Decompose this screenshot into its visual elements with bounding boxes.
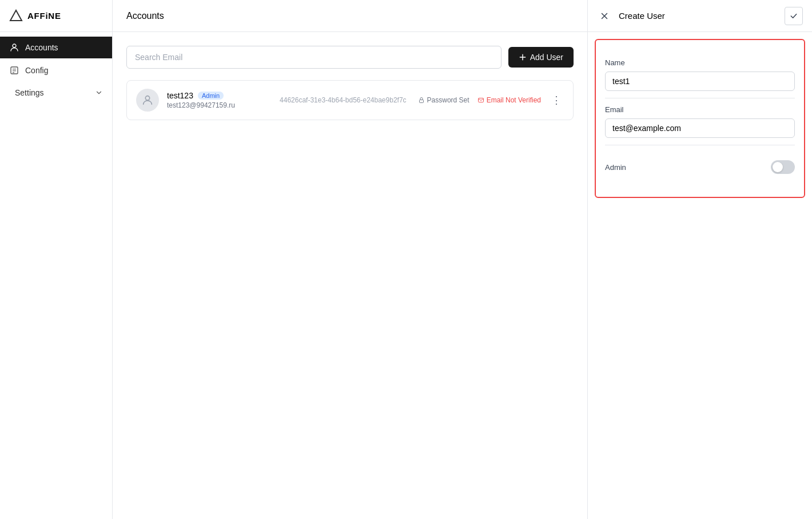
user-info: test123 Admin test123@99427159.ru: [167, 91, 270, 109]
plus-icon: [519, 53, 527, 61]
email-input[interactable]: [605, 118, 795, 138]
user-name: test123: [167, 91, 193, 100]
close-panel-button[interactable]: [597, 9, 612, 23]
panel-header: Create User: [588, 0, 812, 32]
search-input[interactable]: [135, 53, 493, 62]
table-row: test123 Admin test123@99427159.ru 44626c…: [126, 80, 574, 120]
close-icon: [599, 11, 610, 21]
sidebar-item-accounts[interactable]: Accounts: [0, 37, 112, 58]
search-input-wrapper[interactable]: [126, 46, 501, 69]
toggle-track: [771, 160, 795, 174]
avatar: [136, 89, 159, 112]
user-status: Password Set Email Not Verified: [418, 96, 541, 104]
sidebar-item-config[interactable]: Config: [0, 60, 112, 81]
create-user-form: Name Email Admin: [595, 39, 805, 198]
page-title: Accounts: [126, 11, 164, 21]
right-panel: Create User Name Email Admin: [587, 0, 812, 519]
checkmark-icon: [789, 11, 798, 21]
logo-text: AFFiNE: [27, 11, 61, 21]
admin-badge: Admin: [198, 92, 224, 100]
password-status: Password Set: [418, 96, 469, 104]
search-row: Add User: [126, 46, 574, 69]
main-header: Accounts: [113, 0, 587, 32]
toggle-thumb: [773, 162, 783, 172]
admin-toggle[interactable]: [771, 160, 795, 174]
add-user-button[interactable]: Add User: [508, 47, 574, 68]
add-user-label: Add User: [530, 53, 563, 62]
admin-label: Admin: [605, 163, 626, 172]
svg-point-6: [145, 96, 149, 100]
chevron-down-icon: [95, 89, 103, 97]
svg-point-0: [13, 44, 16, 47]
email-verification-status: Email Not Verified: [477, 96, 541, 104]
more-options-button[interactable]: ⋮: [549, 93, 564, 108]
svg-rect-7: [419, 100, 423, 103]
lock-icon: [418, 97, 425, 104]
user-meta: 44626caf-31e3-4b64-bd56-e24bae9b2f7c Pas…: [278, 96, 541, 104]
user-avatar-icon: [141, 94, 154, 106]
main-body: Add User test123 Admin test123@99427159.…: [113, 32, 587, 519]
affine-logo-icon: [9, 9, 23, 23]
sidebar: AFFiNE Accounts Config: [0, 0, 113, 519]
name-input[interactable]: [605, 72, 795, 91]
sidebar-item-config-label: Config: [25, 66, 48, 75]
admin-group: Admin: [605, 145, 795, 185]
sidebar-nav: Accounts Config Settings: [0, 32, 112, 108]
panel-title: Create User: [619, 11, 778, 21]
config-icon: [9, 65, 19, 76]
user-id: 44626caf-31e3-4b64-bd56-e24bae9b2f7c: [280, 96, 407, 104]
sidebar-item-settings[interactable]: Settings: [0, 82, 112, 103]
settings-label: Settings: [15, 88, 44, 97]
confirm-button[interactable]: [785, 7, 803, 25]
accounts-icon: [9, 42, 19, 53]
email-label: Email: [605, 105, 795, 114]
user-email: test123@99427159.ru: [167, 101, 270, 109]
name-label: Name: [605, 58, 795, 67]
sidebar-item-accounts-label: Accounts: [25, 43, 58, 52]
envelope-icon: [477, 97, 484, 104]
main-content: Accounts Add User t: [113, 0, 587, 519]
email-group: Email: [605, 98, 795, 145]
name-group: Name: [605, 51, 795, 98]
logo-area: AFFiNE: [0, 0, 112, 32]
